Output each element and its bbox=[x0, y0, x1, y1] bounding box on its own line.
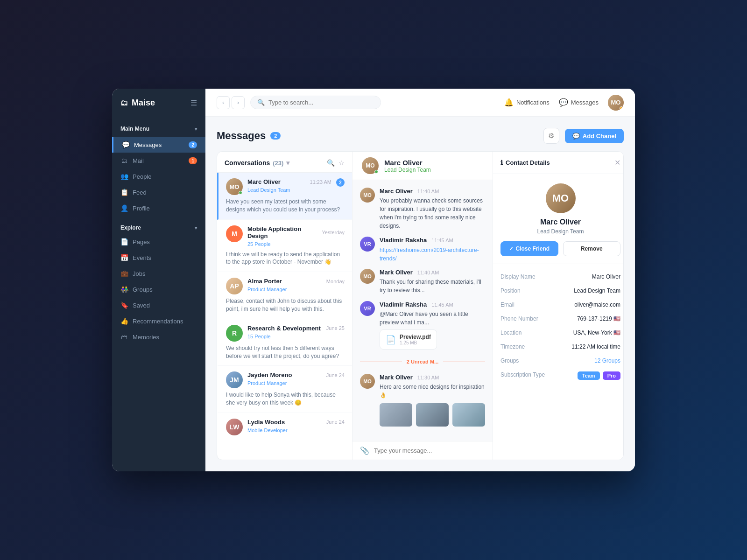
user-avatar[interactable]: MO bbox=[608, 95, 624, 111]
contact-name: Marc Oliver bbox=[540, 218, 581, 226]
chat-input[interactable] bbox=[374, 447, 485, 454]
conv-item-header: R Research & Development June 25 15 Peop… bbox=[226, 325, 345, 342]
sidebar-item-recommendations[interactable]: 👍 Recommendations bbox=[112, 313, 205, 329]
forward-button[interactable]: › bbox=[232, 96, 245, 109]
sidebar-item-label: Events bbox=[133, 254, 151, 261]
contact-header: ℹ Contact Details ✕ bbox=[493, 152, 624, 174]
msg-header: Mark Oliver 11:30 AM bbox=[380, 374, 485, 381]
sidebar-item-saved[interactable]: 🔖 Saved bbox=[112, 297, 205, 313]
contact-avatar: MO bbox=[546, 183, 576, 213]
conv-item-header: JM Jayden Moreno June 24 Product Manager bbox=[226, 371, 345, 388]
jobs-icon: 💼 bbox=[120, 270, 128, 277]
page-actions: ⚙ 💬 Add Chanel bbox=[543, 128, 624, 144]
sidebar-item-profile[interactable]: 👤 Profile bbox=[112, 200, 205, 216]
avatar: VR bbox=[360, 301, 375, 316]
messages-nav-label: Messages bbox=[571, 99, 599, 106]
profile-icon: 👤 bbox=[120, 204, 128, 212]
sidebar-item-groups[interactable]: 👫 Groups bbox=[112, 281, 205, 297]
msg-content: Vladimir Raksha 11:45 AM @Marc Oliver ha… bbox=[380, 301, 485, 350]
messages-button[interactable]: 💬 Messages bbox=[559, 98, 599, 107]
star-icon[interactable]: ☆ bbox=[338, 159, 345, 167]
main-content: ‹ › 🔍 🔔 Notifications 💬 Messages MO bbox=[205, 89, 635, 471]
list-item[interactable]: M Mobile Application Design Yesterday 25… bbox=[217, 220, 352, 273]
sidebar-item-jobs[interactable]: 💼 Jobs bbox=[112, 266, 205, 281]
avatar: LW bbox=[226, 419, 243, 435]
search-input[interactable] bbox=[268, 99, 374, 106]
image-thumbnail[interactable] bbox=[380, 403, 412, 427]
avatar: JM bbox=[226, 371, 243, 388]
logo: 🗂 Maise bbox=[120, 98, 155, 108]
table-row: VR Vladimir Raksha 11:45 AM https://fres… bbox=[360, 237, 485, 262]
sidebar-item-events[interactable]: 📅 Events bbox=[112, 250, 205, 266]
sidebar-item-people[interactable]: 👥 People bbox=[112, 168, 205, 184]
chat-contact-name: Marc Oliver bbox=[384, 159, 431, 167]
conv-name-row: Research & Development June 25 bbox=[247, 325, 345, 332]
conv-item-header: MO Marc Oliver 11:23 AM Lead Design Team bbox=[226, 178, 345, 195]
msg-content: Mark Oliver 11:30 AM Here are some nice … bbox=[380, 374, 485, 427]
add-channel-button[interactable]: 💬 Add Chanel bbox=[565, 129, 624, 143]
info-icon: ℹ bbox=[500, 159, 503, 166]
attachment-icon[interactable]: 📎 bbox=[360, 446, 369, 455]
recommendations-icon: 👍 bbox=[120, 317, 128, 325]
remove-label: Remove bbox=[581, 245, 603, 252]
search-bar[interactable]: 🔍 bbox=[250, 96, 381, 109]
sidebar-item-mail[interactable]: 🗂 Mail 1 bbox=[112, 153, 205, 168]
sidebar-item-label: Pages bbox=[133, 238, 150, 245]
image-thumbnails bbox=[380, 403, 485, 427]
logo-text: Maise bbox=[132, 98, 155, 108]
sidebar-item-label: Messages bbox=[134, 141, 162, 148]
back-button[interactable]: ‹ bbox=[217, 96, 230, 109]
chevron-down-icon: ▾ bbox=[195, 225, 197, 231]
conv-meta: Jayden Moreno June 24 Product Manager bbox=[247, 371, 345, 387]
unread-badge: 2 bbox=[336, 178, 345, 187]
list-item[interactable]: JM Jayden Moreno June 24 Product Manager bbox=[217, 366, 352, 413]
search-icon: 🔍 bbox=[257, 99, 265, 106]
table-row: MO Mark Oliver 11:40 AM Thank you for sh… bbox=[360, 269, 485, 294]
search-conversations-icon[interactable]: 🔍 bbox=[327, 159, 335, 167]
list-item[interactable]: LW Lydia Woods June 24 Mobile Developer bbox=[217, 413, 352, 444]
conv-name-row: Jayden Moreno June 24 bbox=[247, 371, 345, 378]
sidebar-item-feed[interactable]: 📋 Feed bbox=[112, 184, 205, 200]
conversations-title: Conversations (23) ▾ bbox=[225, 159, 289, 167]
page-body: Messages 2 ⚙ 💬 Add Chanel C bbox=[205, 117, 635, 471]
sidebar-item-label: Jobs bbox=[133, 270, 145, 277]
list-item[interactable]: AP Alma Porter Monday Product Manager Pl… bbox=[217, 272, 352, 319]
people-icon: 👥 bbox=[120, 173, 128, 180]
remove-button[interactable]: Remove bbox=[563, 241, 621, 256]
msg-content: Mark Oliver 11:40 AM Thank you for shari… bbox=[380, 269, 485, 294]
conv-item-header: LW Lydia Woods June 24 Mobile Developer bbox=[226, 419, 345, 435]
settings-button[interactable]: ⚙ bbox=[543, 128, 559, 144]
avatar: MO bbox=[360, 374, 375, 389]
list-item: Subscription Type Team Pro bbox=[493, 368, 624, 384]
contact-details-list: Display Name Marc Oliver Position Lead D… bbox=[493, 264, 624, 460]
groups-link[interactable]: 12 Groups bbox=[594, 357, 620, 364]
sidebar-item-label: People bbox=[133, 173, 151, 180]
events-icon: 📅 bbox=[120, 254, 128, 261]
unread-line bbox=[360, 362, 402, 362]
conversations-list: MO Marc Oliver 11:23 AM Lead Design Team bbox=[217, 173, 352, 460]
messages-count-badge: 2 bbox=[270, 132, 281, 140]
close-friend-button[interactable]: ✓ Close Friend bbox=[500, 241, 558, 256]
message-link[interactable]: https://freshome.com/2019-architecture-t… bbox=[380, 247, 479, 262]
image-thumbnail[interactable] bbox=[452, 403, 485, 427]
list-item: Position Lead Design Team bbox=[493, 284, 624, 298]
conv-name-row: Alma Porter Monday bbox=[247, 278, 345, 285]
sidebar-item-messages[interactable]: 💬 Messages 2 bbox=[112, 137, 205, 153]
close-friend-label: Close Friend bbox=[515, 245, 550, 252]
sidebar-item-pages[interactable]: 📄 Pages bbox=[112, 234, 205, 250]
saved-icon: 🔖 bbox=[120, 301, 128, 309]
close-button[interactable]: ✕ bbox=[614, 158, 620, 167]
hamburger-icon[interactable]: ☰ bbox=[190, 98, 197, 107]
pdf-attachment[interactable]: 📄 Preview.pdf 1.25 MB bbox=[380, 329, 437, 350]
list-item[interactable]: MO Marc Oliver 11:23 AM Lead Design Team bbox=[217, 173, 352, 220]
explore-section: Explore ▾ bbox=[112, 221, 205, 234]
contact-profile: MO Marc Oliver Lead Design Team ✓ Close … bbox=[493, 174, 624, 264]
notifications-button[interactable]: 🔔 Notifications bbox=[504, 98, 550, 107]
list-item: Email oliver@maise.com bbox=[493, 298, 624, 312]
list-item[interactable]: R Research & Development June 25 15 Peop… bbox=[217, 319, 352, 366]
sidebar-item-label: Recommendations bbox=[133, 318, 183, 325]
sidebar-item-memories[interactable]: 🗃 Memories bbox=[112, 329, 205, 345]
image-thumbnail[interactable] bbox=[416, 403, 449, 427]
sidebar-item-label: Mail bbox=[133, 157, 144, 164]
table-row: MO Mark Oliver 11:30 AM Here are some ni… bbox=[360, 374, 485, 427]
